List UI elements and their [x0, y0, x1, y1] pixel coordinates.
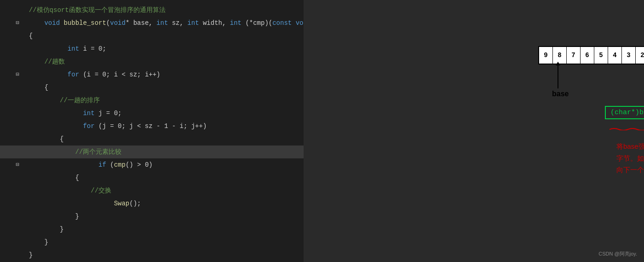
collapse-6: ⊟ [14, 68, 21, 81]
array-cell-5: 4 [608, 47, 622, 64]
red-explanation: 将base强制类型转换为字符指针，因为字符指针+1就跳过一个 字节。如果给字符指… [607, 136, 644, 180]
code-line-19: } [0, 236, 304, 249]
annotation-area: 9 8 7 6 5 4 3 2 1 0 base 指向下标为j的元素 (char… [304, 0, 644, 262]
green-box: (char*)base+j*width [605, 106, 644, 119]
collapse-2: ⊟ [14, 17, 21, 29]
line-content-20: } [21, 249, 304, 262]
array-cell-1: 8 [553, 47, 567, 64]
collapse-13: ⊟ [14, 158, 21, 171]
code-line-14: { [0, 171, 304, 184]
line-content-18: } [21, 223, 304, 236]
code-line-16: Swap(); [0, 197, 304, 210]
base-arrow [558, 64, 558, 88]
red-text-line1: 将base强制类型转换为字符指针，因为字符指针+1就跳过一个 [616, 140, 644, 152]
line-content-14: { [21, 171, 304, 184]
code-line-18: } [0, 223, 304, 236]
code-line-6: ⊟ for (i = 0; i < sz; i++) [0, 68, 304, 81]
line-content-17: } [21, 210, 304, 223]
array-cell-2: 7 [567, 47, 581, 64]
wavy-underline [610, 127, 644, 130]
base-label: base [552, 90, 569, 98]
csdn-watermark: CSDN @阿亮joy. [598, 250, 637, 257]
array-cell-0: 9 [539, 47, 553, 64]
code-line-13: ⊟ if (cmp() > 0) [0, 158, 304, 171]
code-line-17: } [0, 210, 304, 223]
code-line-20: } [0, 249, 304, 262]
line-content-11: { [21, 133, 304, 146]
line-content-7: { [21, 81, 304, 94]
array-cell-4: 5 [594, 47, 608, 64]
array-cell-7: 2 [636, 47, 644, 64]
code-line-11: { [0, 133, 304, 146]
red-text-line2: 字节。如果给字符指针加上一个元素的大小，那么该指针就指 [616, 152, 644, 164]
code-area: //模仿qsort函数实现一个冒泡排序的通用算法 ⊟ void bubble_s… [0, 0, 304, 262]
line-content-19: } [21, 236, 304, 249]
code-line-10: for (j = 0; j < sz - 1 - i; j++) [0, 120, 304, 133]
red-text-line3: 向下一个元素 [616, 164, 644, 176]
code-line-4: int i = 0; [0, 42, 304, 55]
code-line-7: { [0, 81, 304, 94]
array-visualization: 9 8 7 6 5 4 3 2 1 0 [538, 46, 644, 64]
array-cell-6: 3 [622, 47, 636, 64]
array-cell-3: 6 [581, 47, 594, 64]
code-line-2: ⊟ void bubble_sort(void* base, int sz, i… [0, 17, 304, 29]
